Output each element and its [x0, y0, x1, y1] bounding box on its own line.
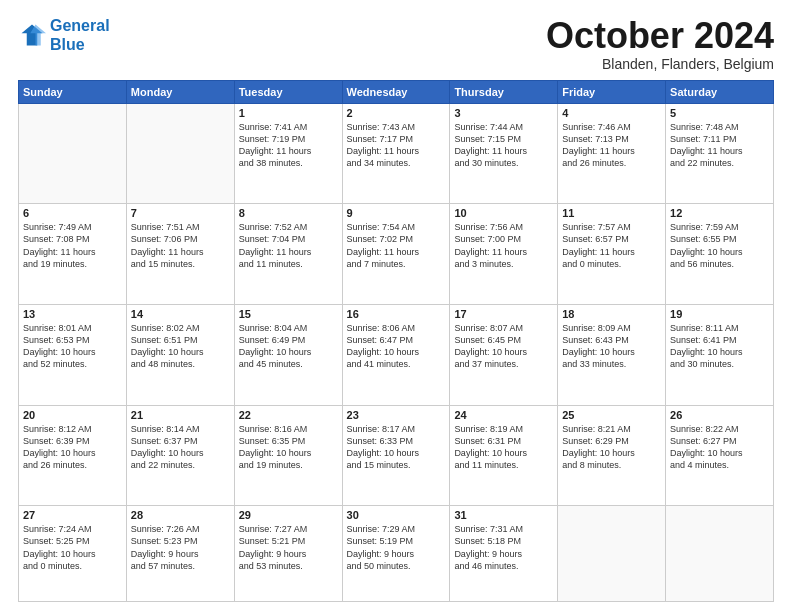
calendar-cell: [19, 103, 127, 204]
day-number: 4: [562, 107, 661, 119]
cell-text: Sunrise: 7:46 AM Sunset: 7:13 PM Dayligh…: [562, 121, 661, 170]
calendar-cell: 4Sunrise: 7:46 AM Sunset: 7:13 PM Daylig…: [558, 103, 666, 204]
day-number: 23: [347, 409, 446, 421]
cell-text: Sunrise: 8:01 AM Sunset: 6:53 PM Dayligh…: [23, 322, 122, 371]
calendar-cell: 11Sunrise: 7:57 AM Sunset: 6:57 PM Dayli…: [558, 204, 666, 305]
calendar-cell: 31Sunrise: 7:31 AM Sunset: 5:18 PM Dayli…: [450, 506, 558, 602]
calendar-cell: 12Sunrise: 7:59 AM Sunset: 6:55 PM Dayli…: [666, 204, 774, 305]
calendar-row: 27Sunrise: 7:24 AM Sunset: 5:25 PM Dayli…: [19, 506, 774, 602]
calendar-cell: 8Sunrise: 7:52 AM Sunset: 7:04 PM Daylig…: [234, 204, 342, 305]
logo: General Blue: [18, 16, 110, 54]
calendar-cell: [666, 506, 774, 602]
day-number: 31: [454, 509, 553, 521]
calendar-cell: 21Sunrise: 8:14 AM Sunset: 6:37 PM Dayli…: [126, 405, 234, 506]
calendar-cell: 6Sunrise: 7:49 AM Sunset: 7:08 PM Daylig…: [19, 204, 127, 305]
cell-text: Sunrise: 8:06 AM Sunset: 6:47 PM Dayligh…: [347, 322, 446, 371]
cell-text: Sunrise: 8:17 AM Sunset: 6:33 PM Dayligh…: [347, 423, 446, 472]
day-number: 25: [562, 409, 661, 421]
month-title: October 2024: [546, 16, 774, 56]
cell-text: Sunrise: 8:22 AM Sunset: 6:27 PM Dayligh…: [670, 423, 769, 472]
day-number: 9: [347, 207, 446, 219]
day-number: 6: [23, 207, 122, 219]
cell-text: Sunrise: 8:12 AM Sunset: 6:39 PM Dayligh…: [23, 423, 122, 472]
day-number: 28: [131, 509, 230, 521]
weekday-header: Wednesday: [342, 80, 450, 103]
calendar-cell: 16Sunrise: 8:06 AM Sunset: 6:47 PM Dayli…: [342, 304, 450, 405]
cell-text: Sunrise: 7:43 AM Sunset: 7:17 PM Dayligh…: [347, 121, 446, 170]
calendar-table: SundayMondayTuesdayWednesdayThursdayFrid…: [18, 80, 774, 602]
cell-text: Sunrise: 8:21 AM Sunset: 6:29 PM Dayligh…: [562, 423, 661, 472]
cell-text: Sunrise: 7:24 AM Sunset: 5:25 PM Dayligh…: [23, 523, 122, 572]
weekday-header: Monday: [126, 80, 234, 103]
calendar-cell: 19Sunrise: 8:11 AM Sunset: 6:41 PM Dayli…: [666, 304, 774, 405]
weekday-header: Saturday: [666, 80, 774, 103]
day-number: 21: [131, 409, 230, 421]
day-number: 3: [454, 107, 553, 119]
day-number: 15: [239, 308, 338, 320]
day-number: 16: [347, 308, 446, 320]
cell-text: Sunrise: 8:09 AM Sunset: 6:43 PM Dayligh…: [562, 322, 661, 371]
calendar-cell: 5Sunrise: 7:48 AM Sunset: 7:11 PM Daylig…: [666, 103, 774, 204]
cell-text: Sunrise: 8:16 AM Sunset: 6:35 PM Dayligh…: [239, 423, 338, 472]
day-number: 30: [347, 509, 446, 521]
day-number: 18: [562, 308, 661, 320]
day-number: 1: [239, 107, 338, 119]
cell-text: Sunrise: 7:57 AM Sunset: 6:57 PM Dayligh…: [562, 221, 661, 270]
cell-text: Sunrise: 7:54 AM Sunset: 7:02 PM Dayligh…: [347, 221, 446, 270]
logo-icon: [18, 21, 46, 49]
calendar-cell: 15Sunrise: 8:04 AM Sunset: 6:49 PM Dayli…: [234, 304, 342, 405]
calendar-cell: 13Sunrise: 8:01 AM Sunset: 6:53 PM Dayli…: [19, 304, 127, 405]
cell-text: Sunrise: 7:59 AM Sunset: 6:55 PM Dayligh…: [670, 221, 769, 270]
calendar-row: 1Sunrise: 7:41 AM Sunset: 7:19 PM Daylig…: [19, 103, 774, 204]
calendar-cell: 3Sunrise: 7:44 AM Sunset: 7:15 PM Daylig…: [450, 103, 558, 204]
title-block: October 2024 Blanden, Flanders, Belgium: [546, 16, 774, 72]
calendar-cell: 23Sunrise: 8:17 AM Sunset: 6:33 PM Dayli…: [342, 405, 450, 506]
day-number: 8: [239, 207, 338, 219]
cell-text: Sunrise: 7:48 AM Sunset: 7:11 PM Dayligh…: [670, 121, 769, 170]
day-number: 7: [131, 207, 230, 219]
day-number: 5: [670, 107, 769, 119]
location: Blanden, Flanders, Belgium: [546, 56, 774, 72]
calendar-cell: 10Sunrise: 7:56 AM Sunset: 7:00 PM Dayli…: [450, 204, 558, 305]
day-number: 2: [347, 107, 446, 119]
calendar-cell: 20Sunrise: 8:12 AM Sunset: 6:39 PM Dayli…: [19, 405, 127, 506]
day-number: 27: [23, 509, 122, 521]
calendar-cell: 1Sunrise: 7:41 AM Sunset: 7:19 PM Daylig…: [234, 103, 342, 204]
cell-text: Sunrise: 8:14 AM Sunset: 6:37 PM Dayligh…: [131, 423, 230, 472]
cell-text: Sunrise: 7:56 AM Sunset: 7:00 PM Dayligh…: [454, 221, 553, 270]
day-number: 29: [239, 509, 338, 521]
cell-text: Sunrise: 8:04 AM Sunset: 6:49 PM Dayligh…: [239, 322, 338, 371]
calendar-cell: 2Sunrise: 7:43 AM Sunset: 7:17 PM Daylig…: [342, 103, 450, 204]
calendar-cell: 7Sunrise: 7:51 AM Sunset: 7:06 PM Daylig…: [126, 204, 234, 305]
calendar-row: 13Sunrise: 8:01 AM Sunset: 6:53 PM Dayli…: [19, 304, 774, 405]
calendar-cell: 17Sunrise: 8:07 AM Sunset: 6:45 PM Dayli…: [450, 304, 558, 405]
calendar-cell: 30Sunrise: 7:29 AM Sunset: 5:19 PM Dayli…: [342, 506, 450, 602]
weekday-header: Tuesday: [234, 80, 342, 103]
cell-text: Sunrise: 8:19 AM Sunset: 6:31 PM Dayligh…: [454, 423, 553, 472]
calendar-cell: 14Sunrise: 8:02 AM Sunset: 6:51 PM Dayli…: [126, 304, 234, 405]
cell-text: Sunrise: 7:29 AM Sunset: 5:19 PM Dayligh…: [347, 523, 446, 572]
weekday-header: Friday: [558, 80, 666, 103]
calendar-row: 6Sunrise: 7:49 AM Sunset: 7:08 PM Daylig…: [19, 204, 774, 305]
calendar-row: 20Sunrise: 8:12 AM Sunset: 6:39 PM Dayli…: [19, 405, 774, 506]
calendar-cell: [126, 103, 234, 204]
cell-text: Sunrise: 8:11 AM Sunset: 6:41 PM Dayligh…: [670, 322, 769, 371]
weekday-header: Sunday: [19, 80, 127, 103]
cell-text: Sunrise: 7:26 AM Sunset: 5:23 PM Dayligh…: [131, 523, 230, 572]
cell-text: Sunrise: 7:49 AM Sunset: 7:08 PM Dayligh…: [23, 221, 122, 270]
cell-text: Sunrise: 7:31 AM Sunset: 5:18 PM Dayligh…: [454, 523, 553, 572]
calendar-cell: 9Sunrise: 7:54 AM Sunset: 7:02 PM Daylig…: [342, 204, 450, 305]
day-number: 24: [454, 409, 553, 421]
calendar-cell: 26Sunrise: 8:22 AM Sunset: 6:27 PM Dayli…: [666, 405, 774, 506]
calendar-cell: 29Sunrise: 7:27 AM Sunset: 5:21 PM Dayli…: [234, 506, 342, 602]
calendar-cell: 18Sunrise: 8:09 AM Sunset: 6:43 PM Dayli…: [558, 304, 666, 405]
day-number: 13: [23, 308, 122, 320]
day-number: 10: [454, 207, 553, 219]
day-number: 19: [670, 308, 769, 320]
calendar-cell: 25Sunrise: 8:21 AM Sunset: 6:29 PM Dayli…: [558, 405, 666, 506]
calendar-cell: [558, 506, 666, 602]
cell-text: Sunrise: 7:44 AM Sunset: 7:15 PM Dayligh…: [454, 121, 553, 170]
day-number: 17: [454, 308, 553, 320]
cell-text: Sunrise: 7:41 AM Sunset: 7:19 PM Dayligh…: [239, 121, 338, 170]
weekday-header: Thursday: [450, 80, 558, 103]
